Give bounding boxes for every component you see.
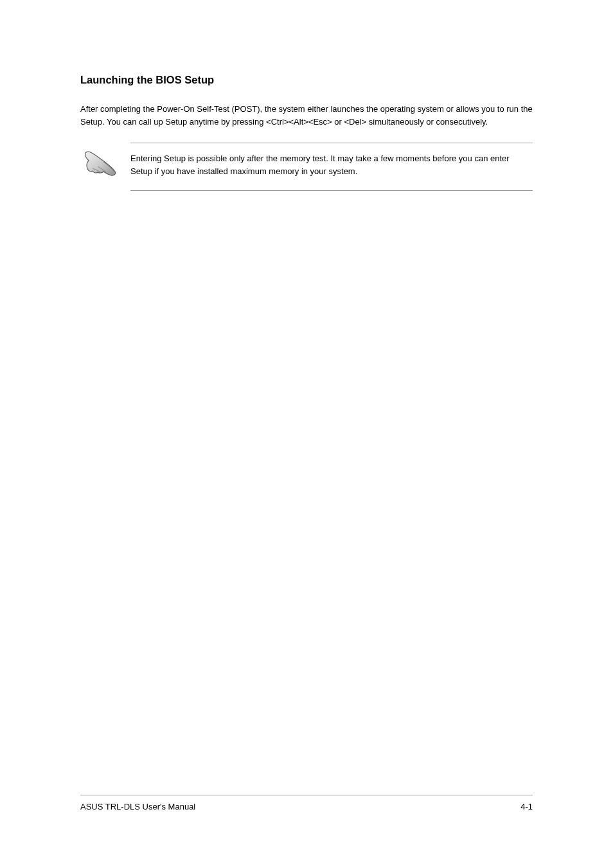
note-text: Entering Setup is possible only after th… [130,152,533,178]
footer-left-text: ASUS TRL-DLS User's Manual [80,802,195,811]
page-footer: ASUS TRL-DLS User's Manual 4-1 [80,795,533,811]
note-block: Entering Setup is possible only after th… [80,143,533,190]
pointing-hand-icon [80,170,119,181]
section-heading: Launching the BIOS Setup [80,74,533,86]
body-paragraph-1: After completing the Power-On Self-Test … [80,103,533,128]
footer-divider [80,795,533,795]
footer-page-number: 4-1 [520,802,533,811]
